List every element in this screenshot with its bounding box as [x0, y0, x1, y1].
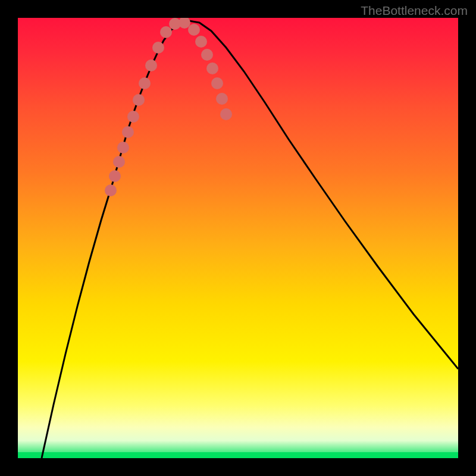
marker-group	[105, 18, 232, 196]
curve-marker	[127, 111, 139, 123]
curve-layer	[18, 18, 458, 458]
curve-marker	[195, 36, 207, 48]
plot-area	[18, 18, 458, 458]
curve-marker	[211, 77, 223, 89]
bottleneck-curve	[42, 21, 458, 458]
curve-marker	[109, 170, 121, 182]
curve-marker	[139, 77, 151, 89]
curve-marker	[145, 60, 157, 71]
curve-marker	[105, 184, 117, 196]
curve-marker	[220, 108, 232, 120]
curve-marker	[216, 93, 228, 105]
watermark-text: TheBottleneck.com	[361, 4, 468, 18]
curve-marker	[178, 18, 190, 29]
curve-marker	[206, 62, 218, 74]
curve-marker	[113, 156, 125, 168]
curve-marker	[122, 126, 134, 138]
curve-marker	[188, 24, 200, 36]
chart-stage: TheBottleneck.com	[0, 0, 476, 476]
curve-marker	[201, 49, 213, 61]
curve-marker	[117, 142, 129, 154]
curve-marker	[133, 94, 145, 106]
curve-marker	[152, 42, 164, 54]
curve-marker	[160, 26, 172, 38]
